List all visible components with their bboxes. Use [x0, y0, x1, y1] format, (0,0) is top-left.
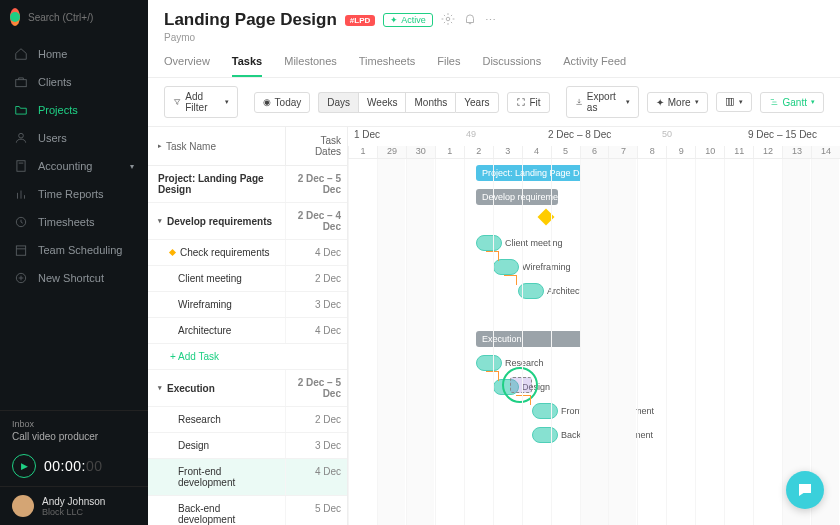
week-label: 2 Dec – 8 Dec [548, 129, 611, 140]
columns-button[interactable]: ▾ [716, 92, 752, 112]
view-gantt-button[interactable]: Gantt▾ [760, 92, 824, 113]
tab-files[interactable]: Files [437, 55, 460, 77]
client-name: Paymo [164, 32, 824, 43]
add-filter-button[interactable]: Add Filter▾ [164, 86, 238, 118]
avatar [12, 495, 34, 517]
highlight-circle [502, 367, 538, 403]
inbox-section[interactable]: Inbox Call video producer [0, 410, 148, 450]
chat-fab[interactable] [786, 471, 824, 509]
group-row[interactable]: ▾Develop requirements2 Dec – 4 Dec [148, 203, 347, 240]
nav-team-scheduling[interactable]: Team Scheduling [0, 236, 148, 264]
gantt-bar-task[interactable]: Wireframing [493, 259, 519, 275]
task-row[interactable]: Client meeting2 Dec [148, 266, 347, 292]
tab-milestones[interactable]: Milestones [284, 55, 337, 77]
user-profile[interactable]: Andy Johnson Block LLC [0, 486, 148, 525]
tabs: Overview Tasks Milestones Timesheets Fil… [148, 55, 840, 78]
collapse-icon[interactable]: ▾ [158, 384, 162, 392]
day-cell: 7 [608, 146, 637, 158]
status-active-badge[interactable]: ✦Active [383, 13, 433, 27]
tab-tasks[interactable]: Tasks [232, 55, 262, 77]
plus-circle-icon [14, 271, 28, 285]
gantt-bar-task[interactable]: Front-end development [532, 403, 558, 419]
page-title: Landing Page Design [164, 10, 337, 30]
nav-home[interactable]: Home [0, 40, 148, 68]
zoom-years-button[interactable]: Years [455, 92, 498, 113]
zoom-group: Days Weeks Months Years [318, 92, 498, 113]
zoom-weeks-button[interactable]: Weeks [358, 92, 405, 113]
nav-accounting[interactable]: Accounting▾ [0, 152, 148, 180]
tab-discussions[interactable]: Discussions [482, 55, 541, 77]
nav-projects[interactable]: Projects [0, 96, 148, 124]
collapse-icon[interactable]: ▾ [158, 217, 162, 225]
nav-new-shortcut[interactable]: New Shortcut [0, 264, 148, 292]
calendar-icon [14, 243, 28, 257]
day-cell: 6 [580, 146, 609, 158]
user-icon [14, 131, 28, 145]
gantt-chart[interactable]: 1 Dec 49 2 Dec – 8 Dec 50 9 Dec – 15 Dec… [348, 127, 840, 525]
fit-button[interactable]: Fit [507, 92, 550, 113]
project-row[interactable]: Project: Landing Page Design2 Dec – 5 De… [148, 166, 347, 203]
gantt-bar-group[interactable]: Develop requirements [476, 189, 558, 205]
task-row[interactable]: Architecture4 Dec [148, 318, 347, 344]
sidebar: Home Clients Projects Users Accounting▾ … [0, 0, 148, 525]
home-icon [14, 47, 28, 61]
gantt-milestone[interactable] [538, 209, 555, 226]
task-row[interactable]: Front-end development4 Dec [148, 459, 347, 496]
svg-rect-10 [16, 246, 25, 255]
day-cell: 29 [377, 146, 406, 158]
gear-icon[interactable] [441, 12, 455, 28]
add-task-button[interactable]: + Add Task [148, 344, 347, 370]
day-cell: 13 [782, 146, 811, 158]
page-header: Landing Page Design #LPD ✦Active ⋯ Paymo [148, 0, 840, 43]
gantt-bar-task[interactable]: Client meeting [476, 235, 502, 251]
day-cell: 30 [406, 146, 435, 158]
svg-point-3 [19, 133, 24, 138]
briefcase-icon [14, 75, 28, 89]
search-input[interactable] [28, 12, 155, 23]
user-name: Andy Johnson [42, 496, 105, 507]
day-cell: 9 [666, 146, 695, 158]
tab-activity[interactable]: Activity Feed [563, 55, 626, 77]
col-task-name[interactable]: ▸Task Name [148, 127, 285, 165]
gantt-header: 1 Dec 49 2 Dec – 8 Dec 50 9 Dec – 15 Dec… [348, 127, 840, 159]
svg-rect-18 [731, 99, 733, 106]
calculator-icon [14, 159, 28, 173]
task-row[interactable]: Design3 Dec [148, 433, 347, 459]
day-cell: 11 [724, 146, 753, 158]
day-cell: 10 [695, 146, 724, 158]
zoom-months-button[interactable]: Months [405, 92, 455, 113]
inbox-text: Call video producer [12, 431, 136, 442]
more-icon[interactable]: ⋯ [485, 14, 496, 27]
nav-users[interactable]: Users [0, 124, 148, 152]
export-button[interactable]: Export as▾ [566, 86, 639, 118]
task-row[interactable]: Back-end development5 Dec [148, 496, 347, 525]
nav-timesheets[interactable]: Timesheets [0, 208, 148, 236]
tab-overview[interactable]: Overview [164, 55, 210, 77]
task-row[interactable]: Research2 Dec [148, 407, 347, 433]
tab-timesheets[interactable]: Timesheets [359, 55, 415, 77]
svg-rect-2 [16, 80, 27, 87]
day-cell: 14 [811, 146, 840, 158]
today-button[interactable]: ◉Today [254, 92, 311, 113]
gantt-bar-task[interactable]: Research [476, 355, 502, 371]
nav-time-reports[interactable]: Time Reports [0, 180, 148, 208]
task-row[interactable]: Check requirements4 Dec [148, 240, 347, 266]
logo [10, 8, 20, 26]
day-cell: 1 [435, 146, 464, 158]
gantt-bar-task[interactable]: Back-end development [532, 427, 558, 443]
nav-clients[interactable]: Clients [0, 68, 148, 96]
task-row[interactable]: Wireframing3 Dec [148, 292, 347, 318]
play-button[interactable]: ▶ [12, 454, 36, 478]
group-row[interactable]: ▾Execution2 Dec – 5 Dec [148, 370, 347, 407]
toolbar: Add Filter▾ ◉Today Days Weeks Months Yea… [148, 78, 840, 127]
day-cell: 12 [753, 146, 782, 158]
bell-icon[interactable] [463, 12, 477, 28]
col-task-dates[interactable]: Task Dates [285, 127, 347, 165]
user-company: Block LLC [42, 507, 105, 517]
more-button[interactable]: ✦More▾ [647, 92, 708, 113]
main-content: Landing Page Design #LPD ✦Active ⋯ Paymo… [148, 0, 840, 525]
zoom-days-button[interactable]: Days [318, 92, 358, 113]
chevron-down-icon: ▾ [130, 162, 134, 171]
svg-rect-17 [729, 99, 731, 106]
project-code-badge: #LPD [345, 15, 375, 26]
